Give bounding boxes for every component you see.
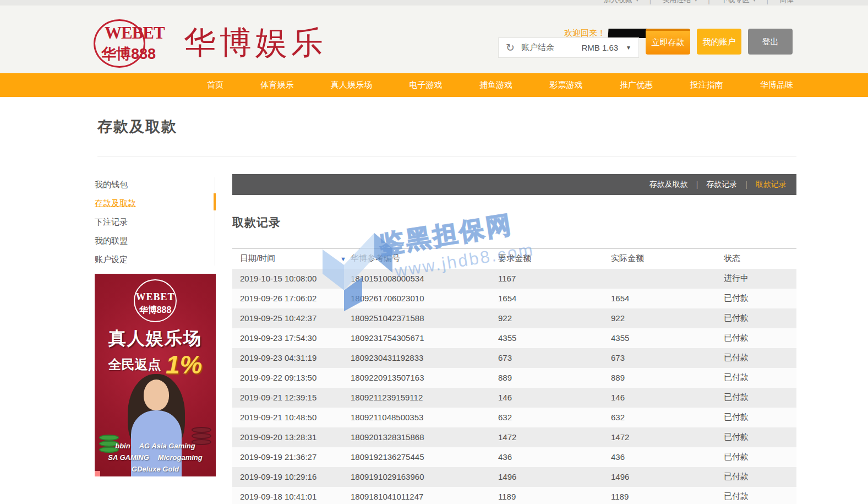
provider-logo-1: bbin [115, 442, 130, 450]
cell-status: 已付款 [724, 467, 796, 487]
banner-percent: 1% [166, 350, 202, 379]
cell-actual-amount: 673 [611, 348, 724, 368]
cell-datetime: 2019-09-21 12:39:15 [232, 388, 351, 408]
table-row: 2019-09-23 04:31:19180923043119283367367… [232, 348, 796, 368]
poker-chip [192, 433, 211, 439]
balance-dropdown-icon[interactable]: ▼ [626, 45, 631, 51]
promo-banner[interactable]: WEBET 华博888 真人娱乐场 全民返点 1% bbinAG Asia Ga… [95, 274, 216, 476]
header: WEBET 华博888 华博娱乐 欢迎回来！ ↻ 账户结余 RMB 1.63 ▼… [0, 6, 868, 73]
records-tabbar: 存款及取款|存款记录|取款记录 [232, 174, 796, 195]
cell-actual-amount: 436 [611, 447, 724, 467]
col-header-3[interactable]: 要求金额 [498, 248, 611, 269]
cell-requested-amount: 1167 [498, 269, 611, 289]
account-balance-widget[interactable]: ↻ 账户结余 RMB 1.63 ▼ [498, 37, 639, 58]
nav-item-9[interactable]: 华博品味 [757, 80, 796, 90]
cell-reference-no: 1809211048500353 [351, 408, 498, 427]
logo-brand-text: WEBET [105, 23, 170, 43]
cell-reference-no: 1809230431192833 [351, 348, 498, 368]
col-header-4[interactable]: 实际金额 [611, 248, 724, 269]
cell-actual-amount: 889 [611, 368, 724, 388]
table-row: 2019-09-21 10:48:50180921104850035363263… [232, 408, 796, 427]
cell-reference-no: 1809220913507163 [351, 368, 498, 388]
sidebar-item-1[interactable]: 我的钱包 [95, 175, 214, 194]
logout-button[interactable]: 登出 [748, 29, 793, 55]
col-header-1[interactable]: 日期/时间▼ [232, 248, 351, 269]
table-header-row: 日期/时间▼华博参考编号要求金额实际金额状态 [232, 248, 796, 269]
refresh-balance-icon[interactable]: ↻ [506, 41, 515, 54]
cell-actual-amount: 4355 [611, 328, 724, 348]
cell-datetime: 2019-09-23 04:31:19 [232, 348, 351, 368]
sidebar-item-2[interactable]: 存款及取款 [95, 194, 214, 213]
topbar-separator: | [649, 0, 651, 4]
table-row: 2019-09-21 12:39:15180921123915911214614… [232, 388, 796, 408]
site-name: 华博娱乐 [184, 21, 327, 64]
provider-logo-3: SA GAMING [108, 453, 149, 462]
nav-item-3[interactable]: 真人娱乐场 [327, 80, 375, 90]
cell-datetime: 2019-09-22 09:13:50 [232, 368, 351, 388]
cell-status: 已付款 [724, 388, 796, 408]
sidebar-item-3[interactable]: 下注记录 [95, 213, 214, 231]
sidebar-divider [215, 177, 215, 265]
table-row: 2019-09-23 17:54:30180923175430567143554… [232, 328, 796, 348]
banner-brand-sub: 华博888 [95, 305, 216, 316]
topbar-link-3[interactable]: 下载专区▾ [721, 0, 756, 5]
cell-reference-no: 1809261706023010 [351, 289, 498, 308]
cell-reference-no: 1809251042371588 [351, 308, 498, 328]
table-row: 2019-09-19 21:36:27180919213627544543643… [232, 447, 796, 467]
withdrawal-records-table: 日期/时间▼华博参考编号要求金额实际金额状态 2019-10-15 10:08:… [232, 248, 796, 504]
nav-item-7[interactable]: 推广优惠 [616, 80, 656, 90]
cell-requested-amount: 1496 [498, 467, 611, 487]
tab-2[interactable]: 存款记录 [706, 180, 737, 189]
topbar-link-1[interactable]: 加入收藏▾ [604, 0, 638, 5]
nav-item-1[interactable]: 首页 [204, 80, 227, 90]
table-row: 2019-09-19 10:29:16180919102916396014961… [232, 467, 796, 487]
topbar-link-4[interactable]: 简体 [779, 0, 794, 5]
nav-item-6[interactable]: 彩票游戏 [547, 80, 586, 90]
section-title: 取款记录 [232, 215, 281, 230]
nav-item-4[interactable]: 电子游戏 [406, 80, 446, 90]
tab-3[interactable]: 取款记录 [756, 180, 787, 189]
top-utility-bar: 加入收藏▾|实用连结▾|下载专区▾|简体 [0, 0, 868, 6]
cell-requested-amount: 673 [498, 348, 611, 368]
balance-label: 账户结余 [521, 42, 554, 53]
cell-actual-amount: 1496 [611, 467, 724, 487]
cell-datetime: 2019-09-25 10:42:37 [232, 308, 351, 328]
topbar-separator: | [767, 0, 768, 4]
nav-item-5[interactable]: 捕鱼游戏 [476, 80, 516, 90]
banner-model-face [144, 380, 169, 410]
my-account-button[interactable]: 我的账户 [697, 29, 741, 55]
cell-requested-amount: 436 [498, 447, 611, 467]
chevron-down-icon: ▾ [754, 0, 756, 3]
tab-separator: | [696, 180, 698, 189]
cell-actual-amount: 146 [611, 388, 724, 408]
nav-item-2[interactable]: 体育娱乐 [258, 80, 297, 90]
cell-reference-no: 1809191029163960 [351, 467, 498, 487]
cell-actual-amount: 632 [611, 408, 724, 427]
poker-chip [99, 435, 119, 441]
table-row: 2019-10-15 10:08:0018101510080005341167进… [232, 269, 796, 289]
sidebar-item-4[interactable]: 我的联盟 [95, 231, 214, 250]
tab-1[interactable]: 存款及取款 [649, 180, 688, 189]
cell-requested-amount: 4355 [498, 328, 611, 348]
sidebar-active-indicator [214, 193, 216, 210]
site-logo[interactable]: WEBET 华博888 华博娱乐 [94, 17, 327, 69]
table-row: 2019-09-20 13:28:31180920132831586814721… [232, 427, 796, 447]
cell-status: 已付款 [724, 408, 796, 427]
cell-requested-amount: 1189 [498, 487, 611, 504]
sort-descending-icon[interactable]: ▼ [340, 256, 346, 262]
cell-reference-no: 1810151008000534 [351, 269, 498, 289]
deposit-now-button[interactable]: 立即存款 [646, 29, 690, 55]
sidebar-item-5[interactable]: 账户设定 [95, 250, 214, 269]
cell-reference-no: 1809231754305671 [351, 328, 498, 348]
nav-item-8[interactable]: 投注指南 [687, 80, 727, 90]
cell-reference-no: 1809201328315868 [351, 427, 498, 447]
cell-requested-amount: 632 [498, 408, 611, 427]
col-header-2[interactable]: 华博参考编号 [351, 248, 498, 269]
col-header-5[interactable]: 状态 [724, 248, 796, 269]
chevron-down-icon: ▾ [695, 0, 697, 3]
topbar-link-2[interactable]: 实用连结▾ [662, 0, 697, 5]
cell-status: 已付款 [724, 447, 796, 467]
cell-reference-no: 1809192136275445 [351, 447, 498, 467]
table-row: 2019-09-18 10:41:01180918104101124711891… [232, 487, 796, 504]
cell-status: 已付款 [724, 487, 796, 504]
